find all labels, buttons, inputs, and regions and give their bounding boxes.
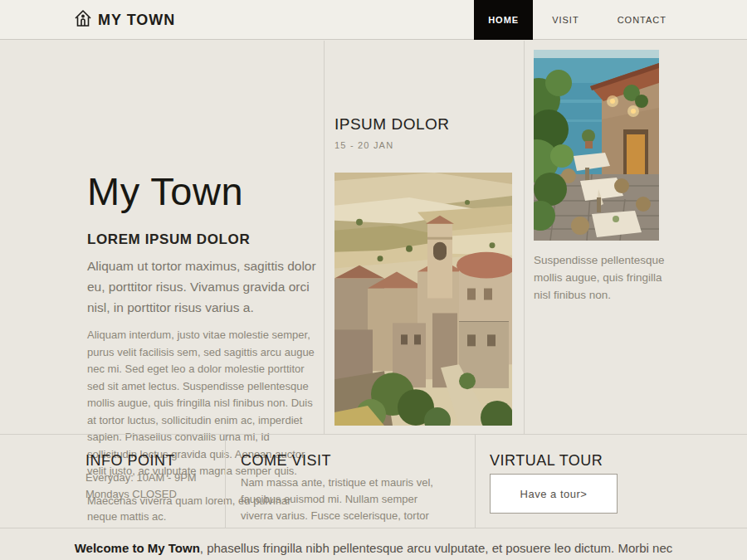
virtual-tour-section: VIRTUAL TOUR Have a tour> [490, 452, 706, 514]
main-content: My Town LOREM IPSUM DOLOR Aliquam ut tor… [0, 41, 747, 434]
section-divider [475, 435, 476, 528]
event-section: IPSUM DOLOR 15 - 20 JAN [334, 115, 513, 426]
hillside-town-photo [334, 173, 512, 426]
house-icon [73, 8, 93, 32]
logo[interactable]: MY TOWN [73, 0, 175, 40]
page: MY TOWN HOME VISIT CONTACT My Town LOREM… [0, 0, 747, 560]
virtual-tour-title: VIRTUAL TOUR [490, 452, 706, 470]
seaside-terrace-photo [534, 50, 659, 241]
footer-text: Welcome to My Town, phasellus fringilla … [0, 528, 747, 555]
column-divider [524, 41, 525, 434]
event-dates: 15 - 20 JAN [334, 140, 513, 150]
info-point-hours: Everyday: 10AM - 9PM [85, 470, 210, 486]
have-a-tour-button[interactable]: Have a tour> [490, 474, 618, 514]
hero-subtitle: LOREM IPSUM DOLOR [87, 231, 316, 248]
page-title: My Town [87, 170, 316, 213]
footer-regular-text: , phasellus fringilla nibh pellentesque … [200, 541, 673, 555]
logo-text: MY TOWN [98, 12, 175, 29]
nav-item-home[interactable]: HOME [474, 0, 533, 40]
info-point-title: INFO POINT [85, 452, 210, 470]
come-visit-title: COME VISIT [241, 452, 437, 470]
event-title: IPSUM DOLOR [334, 115, 513, 134]
info-point-section: INFO POINT Everyday: 10AM - 9PM Mondays … [85, 452, 210, 502]
section-divider [225, 435, 226, 528]
nav-item-visit[interactable]: VISIT [533, 0, 598, 40]
footer: Welcome to My Town, phasellus fringilla … [0, 528, 747, 560]
info-row: INFO POINT Everyday: 10AM - 9PM Mondays … [0, 435, 747, 528]
footer-bold-text: Welcome to My Town [75, 541, 200, 555]
nav-item-contact[interactable]: CONTACT [598, 0, 686, 40]
info-point-closed: Mondays CLOSED [85, 486, 210, 503]
aside-section: Suspendisse pellentesque mollis augue, q… [534, 50, 679, 304]
header: MY TOWN HOME VISIT CONTACT [0, 0, 747, 40]
main-nav: HOME VISIT CONTACT [474, 0, 747, 40]
aside-caption: Suspendisse pellentesque mollis augue, q… [534, 252, 676, 304]
column-divider [324, 41, 325, 434]
hero-lead-paragraph: Aliquam ut tortor maximus, sagittis dolo… [87, 256, 316, 318]
